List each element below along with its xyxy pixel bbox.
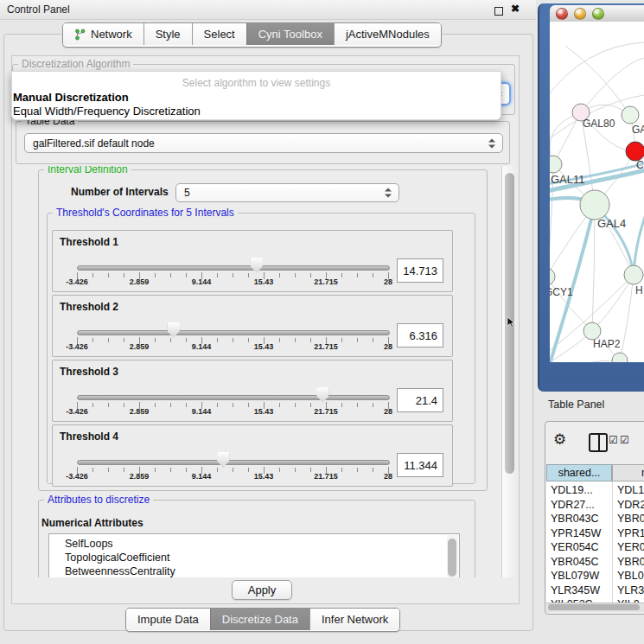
network-node[interactable]	[583, 322, 601, 340]
node-table[interactable]: shared...nYDL19...YDL1YDR27...YDR2YBR043…	[546, 464, 644, 611]
float-window-icon[interactable]	[494, 7, 503, 16]
slider-minor-tick	[341, 403, 342, 407]
slider-minor-tick	[186, 273, 187, 277]
apply-button[interactable]: Apply	[232, 580, 292, 600]
network-node-label: GA	[632, 124, 644, 136]
column-header-name[interactable]: n	[612, 464, 644, 481]
tab-jactivemnodules[interactable]: jActiveMNodules	[334, 23, 441, 45]
popup-item-manual-discretization[interactable]: Manual Discretization	[13, 91, 129, 104]
table-row-cell[interactable]: YBR0	[617, 556, 644, 570]
network-node[interactable]	[550, 156, 562, 173]
table-horizontal-scrollbar[interactable]	[546, 603, 644, 612]
table-row-cell[interactable]: YPR1	[617, 527, 644, 541]
threshold-slider-track[interactable]	[77, 330, 390, 335]
list-item[interactable]: SelfLoops	[65, 538, 113, 552]
slider-tick-label: 2.859	[130, 407, 150, 416]
slider-minor-tick	[310, 338, 311, 342]
slider-minor-tick	[233, 403, 233, 407]
threshold-value-field[interactable]: 11.344	[397, 453, 443, 477]
table-row-cell[interactable]: YDL19...	[551, 484, 593, 498]
network-edge[interactable]	[550, 277, 592, 331]
table-row-cell[interactable]: YER054C	[551, 541, 599, 555]
table-row-cell[interactable]: YBL079W	[551, 570, 599, 583]
network-edge[interactable]	[565, 46, 630, 115]
close-icon[interactable]: ✖	[511, 3, 520, 15]
network-node[interactable]	[622, 106, 639, 124]
table-row-cell[interactable]: YER0	[617, 541, 644, 555]
threshold-slider-track[interactable]	[77, 395, 390, 400]
threshold-slider-thumb[interactable]	[316, 387, 328, 403]
table-row-cell[interactable]: YPR145W	[551, 527, 601, 541]
minimize-light[interactable]	[574, 8, 586, 20]
zoom-light[interactable]	[592, 8, 604, 20]
network-node-label: GAL4	[597, 217, 626, 230]
slider-tick-label: 28	[384, 342, 392, 351]
threshold-slider-thumb[interactable]	[251, 258, 263, 273]
table-row-cell[interactable]: YLR345W	[551, 584, 600, 598]
tab-network[interactable]: Network	[63, 23, 143, 45]
split-columns-icon[interactable]	[589, 433, 608, 452]
slider-tick-label: 2.859	[130, 472, 150, 481]
table-row-cell[interactable]: YBL0	[617, 570, 644, 583]
number-of-intervals-combobox[interactable]: 5	[175, 183, 399, 202]
settings-gear-icon[interactable]: ⚙	[553, 430, 566, 449]
tab-style[interactable]: Style	[143, 23, 192, 45]
numerical-attributes-list[interactable]: SelfLoopsTopologicalCoefficientBetweenne…	[48, 533, 460, 577]
threshold-slider-track[interactable]	[77, 460, 390, 465]
network-edge[interactable]	[620, 275, 634, 360]
settings-vertical-scrollbar[interactable]	[501, 166, 517, 577]
threshold-value-field[interactable]: 21.4	[397, 388, 443, 412]
table-hscroll-thumb[interactable]	[548, 604, 640, 610]
slider-minor-tick	[373, 468, 373, 472]
threshold-slider-thumb[interactable]	[168, 322, 180, 338]
table-row-cell[interactable]: YDR27...	[551, 499, 595, 513]
checkbox-icon[interactable]: ☑	[609, 434, 618, 446]
network-edge[interactable]	[550, 360, 620, 362]
tab-select[interactable]: Select	[192, 23, 246, 45]
slider-minor-tick	[108, 273, 109, 277]
popup-item-equal-width-frequency[interactable]: Equal Width/Frequency Discretization	[13, 105, 201, 118]
network-window-titlebar[interactable]	[550, 5, 644, 22]
tab-discretize-data[interactable]: Discretize Data	[210, 609, 309, 630]
table-row-cell[interactable]: YLR3	[617, 584, 644, 598]
list-item[interactable]: TopologicalCoefficient	[65, 552, 169, 565]
tab-infer-network[interactable]: Infer Network	[309, 609, 399, 630]
table-row-cell[interactable]: YDR2	[617, 499, 644, 513]
close-light[interactable]	[556, 8, 568, 20]
slider-minor-tick	[357, 403, 358, 407]
table-row-cell[interactable]: YBR0	[617, 513, 644, 526]
threshold-slider-thumb[interactable]	[217, 452, 229, 468]
attributes-scroll-thumb[interactable]	[448, 539, 456, 577]
network-node[interactable]	[550, 268, 555, 285]
settings-scroll-viewport: Interval Definition Number of Intervals …	[17, 166, 500, 577]
network-canvas[interactable]: GAL80GACGAL11GAL4GCY1HHAP2	[550, 22, 644, 362]
network-node[interactable]	[626, 142, 644, 161]
threshold-slider-track[interactable]	[77, 265, 390, 271]
attributes-list-scrollbar[interactable]	[447, 535, 458, 577]
network-node-label: C	[636, 159, 644, 171]
checkbox-icon[interactable]: ☑	[620, 434, 629, 446]
table-row-cell[interactable]: YBR045C	[551, 556, 599, 570]
table-row-cell[interactable]: YDL1	[617, 484, 644, 498]
slider-minor-tick	[92, 403, 93, 407]
list-item[interactable]: BetweennessCentrality	[65, 565, 175, 577]
slider-tick-label: -3.426	[66, 407, 88, 416]
tab-impute-data[interactable]: Impute Data	[126, 609, 210, 630]
slider-minor-tick	[155, 273, 156, 277]
network-node[interactable]	[580, 190, 609, 220]
network-edge[interactable]	[550, 42, 644, 99]
table-row-cell[interactable]: YBR043C	[551, 513, 599, 526]
slider-minor-tick	[170, 338, 171, 342]
threshold-value-field[interactable]: 14.713	[397, 258, 443, 283]
slider-minor-tick	[310, 468, 311, 472]
table-data-combobox[interactable]: galFiltered.sif default node	[24, 133, 503, 153]
slider-minor-tick	[233, 338, 233, 342]
slider-tick-label: 21.715	[314, 277, 338, 286]
tab-cyni-toolbox[interactable]: Cyni Toolbox	[246, 23, 334, 45]
tab-label: Style	[156, 28, 181, 41]
threshold-value-field[interactable]: 6.316	[397, 323, 443, 348]
network-node[interactable]	[624, 265, 643, 284]
column-header-shared-name[interactable]: shared...	[546, 464, 612, 481]
numerical-attributes-label: Numerical Attributes	[41, 517, 143, 529]
control-panel-titlebar	[0, 0, 536, 20]
